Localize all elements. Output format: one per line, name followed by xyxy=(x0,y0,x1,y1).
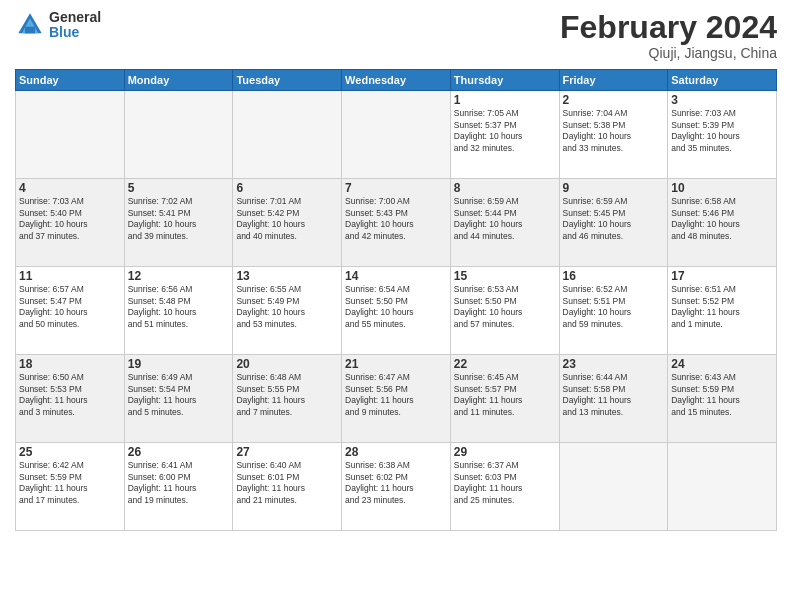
calendar-cell: 15Sunrise: 6:53 AM Sunset: 5:50 PM Dayli… xyxy=(450,267,559,355)
day-info: Sunrise: 6:55 AM Sunset: 5:49 PM Dayligh… xyxy=(236,284,338,330)
calendar-header-tuesday: Tuesday xyxy=(233,70,342,91)
calendar-cell xyxy=(668,443,777,531)
day-info: Sunrise: 6:41 AM Sunset: 6:00 PM Dayligh… xyxy=(128,460,230,506)
calendar-header-thursday: Thursday xyxy=(450,70,559,91)
logo-blue-text: Blue xyxy=(49,25,101,40)
day-info: Sunrise: 6:49 AM Sunset: 5:54 PM Dayligh… xyxy=(128,372,230,418)
calendar-cell: 2Sunrise: 7:04 AM Sunset: 5:38 PM Daylig… xyxy=(559,91,668,179)
day-number: 26 xyxy=(128,445,230,459)
day-info: Sunrise: 6:59 AM Sunset: 5:45 PM Dayligh… xyxy=(563,196,665,242)
day-number: 25 xyxy=(19,445,121,459)
day-info: Sunrise: 6:54 AM Sunset: 5:50 PM Dayligh… xyxy=(345,284,447,330)
day-number: 16 xyxy=(563,269,665,283)
calendar-week-row: 1Sunrise: 7:05 AM Sunset: 5:37 PM Daylig… xyxy=(16,91,777,179)
day-number: 12 xyxy=(128,269,230,283)
calendar-cell: 29Sunrise: 6:37 AM Sunset: 6:03 PM Dayli… xyxy=(450,443,559,531)
calendar-cell: 21Sunrise: 6:47 AM Sunset: 5:56 PM Dayli… xyxy=(342,355,451,443)
day-number: 27 xyxy=(236,445,338,459)
day-number: 17 xyxy=(671,269,773,283)
day-number: 2 xyxy=(563,93,665,107)
calendar-cell: 9Sunrise: 6:59 AM Sunset: 5:45 PM Daylig… xyxy=(559,179,668,267)
calendar-cell: 26Sunrise: 6:41 AM Sunset: 6:00 PM Dayli… xyxy=(124,443,233,531)
calendar-cell: 10Sunrise: 6:58 AM Sunset: 5:46 PM Dayli… xyxy=(668,179,777,267)
calendar-cell: 27Sunrise: 6:40 AM Sunset: 6:01 PM Dayli… xyxy=(233,443,342,531)
calendar-cell: 22Sunrise: 6:45 AM Sunset: 5:57 PM Dayli… xyxy=(450,355,559,443)
logo-icon xyxy=(15,10,45,40)
calendar-cell: 25Sunrise: 6:42 AM Sunset: 5:59 PM Dayli… xyxy=(16,443,125,531)
day-info: Sunrise: 6:57 AM Sunset: 5:47 PM Dayligh… xyxy=(19,284,121,330)
day-info: Sunrise: 6:50 AM Sunset: 5:53 PM Dayligh… xyxy=(19,372,121,418)
calendar-week-row: 11Sunrise: 6:57 AM Sunset: 5:47 PM Dayli… xyxy=(16,267,777,355)
header: General Blue February 2024 Qiuji, Jiangs… xyxy=(15,10,777,61)
day-number: 9 xyxy=(563,181,665,195)
location: Qiuji, Jiangsu, China xyxy=(560,45,777,61)
day-number: 18 xyxy=(19,357,121,371)
svg-rect-2 xyxy=(25,27,35,34)
day-number: 13 xyxy=(236,269,338,283)
day-info: Sunrise: 6:47 AM Sunset: 5:56 PM Dayligh… xyxy=(345,372,447,418)
day-number: 19 xyxy=(128,357,230,371)
calendar-cell xyxy=(124,91,233,179)
day-info: Sunrise: 6:38 AM Sunset: 6:02 PM Dayligh… xyxy=(345,460,447,506)
day-info: Sunrise: 6:37 AM Sunset: 6:03 PM Dayligh… xyxy=(454,460,556,506)
calendar-week-row: 4Sunrise: 7:03 AM Sunset: 5:40 PM Daylig… xyxy=(16,179,777,267)
day-number: 8 xyxy=(454,181,556,195)
calendar-header-row: SundayMondayTuesdayWednesdayThursdayFrid… xyxy=(16,70,777,91)
day-number: 6 xyxy=(236,181,338,195)
logo-general-text: General xyxy=(49,10,101,25)
calendar-cell: 4Sunrise: 7:03 AM Sunset: 5:40 PM Daylig… xyxy=(16,179,125,267)
day-info: Sunrise: 6:43 AM Sunset: 5:59 PM Dayligh… xyxy=(671,372,773,418)
calendar-cell: 13Sunrise: 6:55 AM Sunset: 5:49 PM Dayli… xyxy=(233,267,342,355)
calendar-week-row: 18Sunrise: 6:50 AM Sunset: 5:53 PM Dayli… xyxy=(16,355,777,443)
calendar-cell: 18Sunrise: 6:50 AM Sunset: 5:53 PM Dayli… xyxy=(16,355,125,443)
calendar-cell: 5Sunrise: 7:02 AM Sunset: 5:41 PM Daylig… xyxy=(124,179,233,267)
calendar-cell: 11Sunrise: 6:57 AM Sunset: 5:47 PM Dayli… xyxy=(16,267,125,355)
calendar-cell: 7Sunrise: 7:00 AM Sunset: 5:43 PM Daylig… xyxy=(342,179,451,267)
calendar-cell: 6Sunrise: 7:01 AM Sunset: 5:42 PM Daylig… xyxy=(233,179,342,267)
page: General Blue February 2024 Qiuji, Jiangs… xyxy=(0,0,792,612)
day-info: Sunrise: 6:42 AM Sunset: 5:59 PM Dayligh… xyxy=(19,460,121,506)
day-info: Sunrise: 6:48 AM Sunset: 5:55 PM Dayligh… xyxy=(236,372,338,418)
day-info: Sunrise: 6:44 AM Sunset: 5:58 PM Dayligh… xyxy=(563,372,665,418)
calendar-cell: 28Sunrise: 6:38 AM Sunset: 6:02 PM Dayli… xyxy=(342,443,451,531)
day-info: Sunrise: 7:05 AM Sunset: 5:37 PM Dayligh… xyxy=(454,108,556,154)
day-info: Sunrise: 6:53 AM Sunset: 5:50 PM Dayligh… xyxy=(454,284,556,330)
day-info: Sunrise: 6:52 AM Sunset: 5:51 PM Dayligh… xyxy=(563,284,665,330)
day-number: 24 xyxy=(671,357,773,371)
calendar-cell: 8Sunrise: 6:59 AM Sunset: 5:44 PM Daylig… xyxy=(450,179,559,267)
day-info: Sunrise: 7:04 AM Sunset: 5:38 PM Dayligh… xyxy=(563,108,665,154)
day-info: Sunrise: 7:01 AM Sunset: 5:42 PM Dayligh… xyxy=(236,196,338,242)
day-info: Sunrise: 6:45 AM Sunset: 5:57 PM Dayligh… xyxy=(454,372,556,418)
day-number: 4 xyxy=(19,181,121,195)
day-number: 22 xyxy=(454,357,556,371)
calendar-cell: 1Sunrise: 7:05 AM Sunset: 5:37 PM Daylig… xyxy=(450,91,559,179)
calendar-cell: 14Sunrise: 6:54 AM Sunset: 5:50 PM Dayli… xyxy=(342,267,451,355)
calendar-header-monday: Monday xyxy=(124,70,233,91)
day-number: 20 xyxy=(236,357,338,371)
day-number: 21 xyxy=(345,357,447,371)
calendar-header-friday: Friday xyxy=(559,70,668,91)
calendar-cell: 17Sunrise: 6:51 AM Sunset: 5:52 PM Dayli… xyxy=(668,267,777,355)
calendar-cell: 23Sunrise: 6:44 AM Sunset: 5:58 PM Dayli… xyxy=(559,355,668,443)
day-number: 7 xyxy=(345,181,447,195)
day-info: Sunrise: 6:59 AM Sunset: 5:44 PM Dayligh… xyxy=(454,196,556,242)
day-number: 14 xyxy=(345,269,447,283)
calendar-header-sunday: Sunday xyxy=(16,70,125,91)
day-info: Sunrise: 7:03 AM Sunset: 5:39 PM Dayligh… xyxy=(671,108,773,154)
day-number: 3 xyxy=(671,93,773,107)
day-number: 1 xyxy=(454,93,556,107)
calendar-cell: 20Sunrise: 6:48 AM Sunset: 5:55 PM Dayli… xyxy=(233,355,342,443)
day-number: 28 xyxy=(345,445,447,459)
calendar-cell: 24Sunrise: 6:43 AM Sunset: 5:59 PM Dayli… xyxy=(668,355,777,443)
calendar-cell xyxy=(559,443,668,531)
day-info: Sunrise: 6:40 AM Sunset: 6:01 PM Dayligh… xyxy=(236,460,338,506)
day-info: Sunrise: 6:58 AM Sunset: 5:46 PM Dayligh… xyxy=(671,196,773,242)
day-number: 29 xyxy=(454,445,556,459)
day-number: 5 xyxy=(128,181,230,195)
day-info: Sunrise: 7:03 AM Sunset: 5:40 PM Dayligh… xyxy=(19,196,121,242)
day-number: 10 xyxy=(671,181,773,195)
day-info: Sunrise: 6:56 AM Sunset: 5:48 PM Dayligh… xyxy=(128,284,230,330)
calendar-header-saturday: Saturday xyxy=(668,70,777,91)
title-block: February 2024 Qiuji, Jiangsu, China xyxy=(560,10,777,61)
calendar-week-row: 25Sunrise: 6:42 AM Sunset: 5:59 PM Dayli… xyxy=(16,443,777,531)
